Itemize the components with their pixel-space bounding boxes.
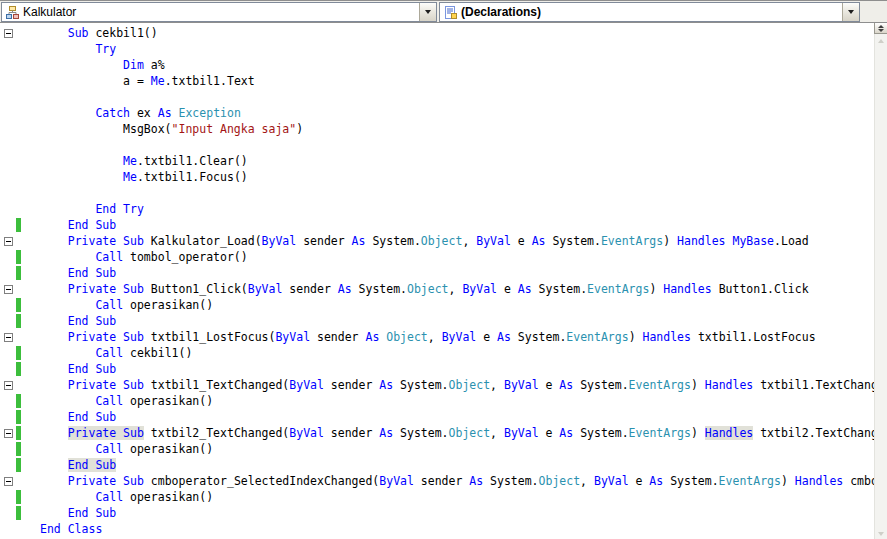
- code-line[interactable]: Try: [0, 41, 887, 57]
- chevron-down-icon[interactable]: [419, 3, 436, 21]
- code-line[interactable]: Catch ex As Exception: [0, 105, 887, 121]
- code-token: Try: [95, 42, 116, 56]
- code-line[interactable]: End Class: [0, 521, 887, 537]
- code-line[interactable]: Call operasikan(): [0, 489, 887, 505]
- change-margin: [16, 249, 23, 265]
- code-token: Handles: [705, 426, 753, 440]
- collapse-region-icon[interactable]: [4, 477, 13, 486]
- chevron-down-icon[interactable]: [842, 3, 859, 21]
- code-line[interactable]: Call operasikan(): [0, 297, 887, 313]
- code-line[interactable]: Call cekbil1(): [0, 345, 887, 361]
- code-line[interactable]: Private Sub Button1_Click(ByVal sender A…: [0, 281, 887, 297]
- code-token: As: [338, 282, 352, 296]
- scroll-down-icon[interactable]: [878, 532, 884, 536]
- change-margin: [16, 313, 23, 329]
- code-token: [40, 154, 123, 168]
- procedures-dropdown[interactable]: (Declarations): [439, 2, 860, 22]
- fold-margin: [0, 25, 16, 41]
- change-tracking-bar: [16, 266, 21, 280]
- code-token: ByVal: [594, 474, 629, 488]
- code-line[interactable]: End Try: [0, 201, 887, 217]
- split-down-arrow-icon: [878, 29, 884, 32]
- code-line[interactable]: Private Sub txtbil2_TextChanged(ByVal se…: [0, 425, 887, 441]
- code-line[interactable]: End Sub: [0, 313, 887, 329]
- change-tracking-bar: [16, 250, 21, 264]
- code-token: ByVal: [462, 282, 497, 296]
- fold-margin: [0, 393, 16, 409]
- code-token: [40, 58, 123, 72]
- fold-margin: [0, 249, 16, 265]
- code-text: [23, 137, 887, 153]
- code-token: Sub: [68, 26, 89, 40]
- code-token: ): [296, 122, 303, 136]
- code-token: e: [539, 426, 560, 440]
- code-token: System.: [483, 474, 538, 488]
- code-token: Private Sub: [68, 282, 144, 296]
- code-token: System.: [663, 474, 718, 488]
- code-token: EventArgs: [566, 330, 628, 344]
- code-token: Private Sub: [68, 330, 144, 344]
- code-line[interactable]: [0, 185, 887, 201]
- code-text: Call operasikan(): [23, 489, 887, 505]
- code-line[interactable]: Call operasikan(): [0, 393, 887, 409]
- code-token: EventArgs: [601, 234, 663, 248]
- code-text: Private Sub txtbil1_TextChanged(ByVal se…: [23, 377, 887, 393]
- code-line[interactable]: Private Sub Kalkulator_Load(ByVal sender…: [0, 233, 887, 249]
- vertical-scrollbar[interactable]: [874, 23, 887, 539]
- code-line[interactable]: Me.txtbil1.Focus(): [0, 169, 887, 185]
- code-line[interactable]: [0, 137, 887, 153]
- objects-dropdown[interactable]: Kalkulator: [1, 2, 437, 22]
- code-token: Private Sub: [68, 426, 144, 440]
- code-token: .Load: [774, 234, 809, 248]
- code-line[interactable]: a = Me.txtbil1.Text: [0, 73, 887, 89]
- code-text: a = Me.txtbil1.Text: [23, 73, 887, 89]
- collapse-region-icon[interactable]: [4, 429, 13, 438]
- collapse-region-icon[interactable]: [4, 333, 13, 342]
- change-margin: [16, 233, 23, 249]
- code-text: End Try: [23, 201, 887, 217]
- change-tracking-bar: [16, 490, 21, 504]
- code-line[interactable]: End Sub: [0, 265, 887, 281]
- code-line[interactable]: MsgBox("Input Angka saja"): [0, 121, 887, 137]
- code-editor[interactable]: Sub cekbil1() Try Dim a% a = Me.txtbil1.…: [0, 23, 887, 539]
- code-text: Private Sub Kalkulator_Load(ByVal sender…: [23, 233, 887, 249]
- fold-margin: [0, 409, 16, 425]
- code-text: End Sub: [23, 265, 887, 281]
- code-token: ByVal: [289, 378, 324, 392]
- code-token: [40, 42, 95, 56]
- code-token: ByVal: [476, 234, 511, 248]
- code-line[interactable]: Call operasikan(): [0, 441, 887, 457]
- fold-margin: [0, 345, 16, 361]
- change-margin: [16, 41, 23, 57]
- code-token: tombol_operator(): [123, 250, 248, 264]
- collapse-region-icon[interactable]: [4, 285, 13, 294]
- split-editor-handle[interactable]: [874, 23, 887, 34]
- code-line[interactable]: End Sub: [0, 505, 887, 521]
- change-margin: [16, 329, 23, 345]
- code-line[interactable]: Sub cekbil1(): [0, 25, 887, 41]
- fold-margin: [0, 441, 16, 457]
- code-line[interactable]: End Sub: [0, 457, 887, 473]
- change-margin: [16, 105, 23, 121]
- code-line[interactable]: Dim a%: [0, 57, 887, 73]
- code-token: Exception: [179, 106, 241, 120]
- code-token: ByVal: [248, 282, 283, 296]
- code-token: End Class: [40, 522, 102, 536]
- code-line[interactable]: Private Sub txtbil1_TextChanged(ByVal se…: [0, 377, 887, 393]
- code-token: Call: [95, 250, 123, 264]
- code-line[interactable]: End Sub: [0, 361, 887, 377]
- collapse-region-icon[interactable]: [4, 381, 13, 390]
- code-line[interactable]: End Sub: [0, 409, 887, 425]
- code-line[interactable]: [0, 89, 887, 105]
- collapse-region-icon[interactable]: [4, 237, 13, 246]
- collapse-region-icon[interactable]: [4, 29, 13, 38]
- code-text: Catch ex As Exception: [23, 105, 887, 121]
- code-token: ByVal: [262, 234, 297, 248]
- code-lines: Sub cekbil1() Try Dim a% a = Me.txtbil1.…: [0, 23, 887, 537]
- code-line[interactable]: Private Sub cmboperator_SelectedIndexCha…: [0, 473, 887, 489]
- code-line[interactable]: Private Sub txtbil1_LostFocus(ByVal send…: [0, 329, 887, 345]
- code-line[interactable]: Call tombol_operator(): [0, 249, 887, 265]
- scroll-up-icon[interactable]: [878, 39, 884, 43]
- code-line[interactable]: End Sub: [0, 217, 887, 233]
- code-line[interactable]: Me.txtbil1.Clear(): [0, 153, 887, 169]
